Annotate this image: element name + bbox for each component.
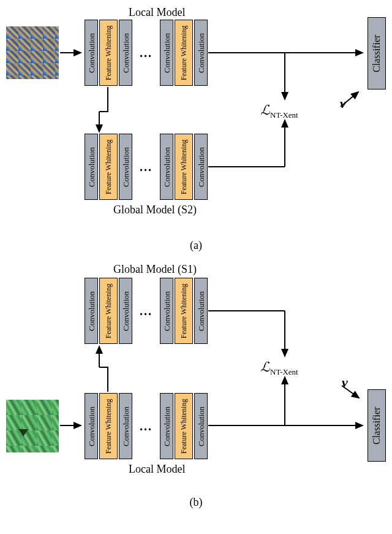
ellipsis: ... xyxy=(140,304,153,318)
feature-whitening-block: Feature Whitening xyxy=(99,134,118,200)
feature-whitening-block: Feature Whitening xyxy=(175,134,193,200)
feature-whitening-block: Feature Whitening xyxy=(175,278,193,344)
loss-label: ℒNT-Xent xyxy=(260,102,298,120)
top-row-b: Convolution Feature Whitening Convolutio… xyxy=(83,278,209,344)
local-model-title-b: Local Model xyxy=(129,463,185,476)
block-group-b1: Convolution Feature Whitening Convolutio… xyxy=(85,278,132,344)
conv-block: Convolution xyxy=(85,278,98,344)
feature-whitening-block: Feature Whitening xyxy=(99,278,118,344)
conv-block: Convolution xyxy=(160,20,173,86)
v-label: v xyxy=(340,96,346,112)
conv-block: Convolution xyxy=(194,393,208,459)
loss-label-b: ℒNT-Xent xyxy=(260,359,298,377)
classifier-block: Classifier xyxy=(368,17,386,90)
block-group-b3: Convolution Feature Whitening Convolutio… xyxy=(85,393,132,459)
feature-whitening-block: Feature Whitening xyxy=(175,20,193,86)
classifier-block-b: Classifier xyxy=(368,389,386,462)
ellipsis: ... xyxy=(140,160,153,174)
block-group-b4: Convolution Feature Whitening Convolutio… xyxy=(160,393,208,459)
ellipsis: ... xyxy=(140,46,153,60)
conv-block: Convolution xyxy=(119,134,132,200)
input-image-blue xyxy=(6,26,59,79)
block-group-3: Convolution Feature Whitening Convolutio… xyxy=(85,134,132,200)
input-image-green xyxy=(6,400,59,452)
diagram-a: Local Model Convolution Feature Whitenin… xyxy=(6,6,386,233)
caption-a: (a) xyxy=(6,239,386,252)
loss-subscript: NT-Xent xyxy=(270,110,298,120)
feature-whitening-block: Feature Whitening xyxy=(99,20,118,86)
bottom-row-b: Convolution Feature Whitening Convolutio… xyxy=(6,393,209,459)
block-group-b2: Convolution Feature Whitening Convolutio… xyxy=(160,278,208,344)
conv-block: Convolution xyxy=(85,20,98,86)
v-label-b: v xyxy=(342,375,348,391)
conv-block: Convolution xyxy=(160,278,173,344)
loss-symbol: ℒ xyxy=(260,359,270,375)
caption-b: (b) xyxy=(6,496,386,509)
feature-whitening-block: Feature Whitening xyxy=(175,393,193,459)
loss-subscript: NT-Xent xyxy=(270,367,298,376)
loss-symbol: ℒ xyxy=(260,102,270,118)
conv-block: Convolution xyxy=(85,134,98,200)
local-model-title: Local Model xyxy=(129,6,185,19)
conv-block: Convolution xyxy=(194,20,208,86)
top-row: Convolution Feature Whitening Convolutio… xyxy=(6,20,209,86)
global-model-title-b: Global Model (S1) xyxy=(113,263,197,276)
block-group-4: Convolution Feature Whitening Convolutio… xyxy=(160,134,208,200)
conv-block: Convolution xyxy=(194,278,208,344)
conv-block: Convolution xyxy=(119,20,132,86)
conv-block: Convolution xyxy=(119,278,132,344)
block-group-1: Convolution Feature Whitening Convolutio… xyxy=(85,20,132,86)
conv-block: Convolution xyxy=(194,134,208,200)
diagram-b: Global Model (S1) Convolution Feature Wh… xyxy=(6,263,386,490)
conv-block: Convolution xyxy=(160,393,173,459)
block-group-2: Convolution Feature Whitening Convolutio… xyxy=(160,20,208,86)
ellipsis: ... xyxy=(140,419,153,433)
conv-block: Convolution xyxy=(85,393,98,459)
bottom-row: Convolution Feature Whitening Convolutio… xyxy=(83,134,209,200)
global-model-title: Global Model (S2) xyxy=(113,204,197,216)
feature-whitening-block: Feature Whitening xyxy=(99,393,118,459)
conv-block: Convolution xyxy=(119,393,132,459)
conv-block: Convolution xyxy=(160,134,173,200)
